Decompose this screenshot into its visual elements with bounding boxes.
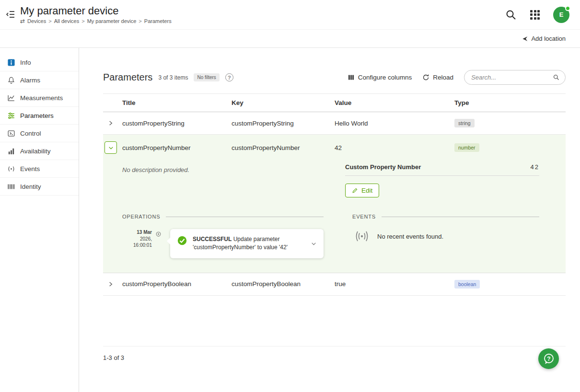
- no-filters-badge: No filters: [194, 73, 219, 81]
- page-title: My parameter device: [20, 5, 172, 17]
- sidebar-item-events[interactable]: Events: [0, 160, 79, 178]
- breadcrumb-parameters: Parameters: [144, 18, 172, 24]
- sidebar-item-info[interactable]: Info: [0, 54, 79, 71]
- sidebar-item-label: Parameters: [20, 112, 54, 119]
- cell-key: customPropertyNumber: [232, 138, 335, 158]
- pagination-text: 1-3 of 3: [103, 354, 124, 361]
- operation-text: SUCCESSFUL Update parameter 'customPrope…: [193, 235, 289, 252]
- configure-columns-button[interactable]: Configure columns: [348, 74, 412, 81]
- parameters-toolbar: Parameters 3 of 3 items No filters ? Con…: [103, 70, 566, 85]
- breadcrumb-devices[interactable]: Devices: [27, 18, 52, 24]
- cell-title: customPropertyNumber: [122, 138, 232, 158]
- operations-heading: OPERATIONS: [122, 214, 324, 219]
- parameter-description: No description provided.: [122, 163, 316, 197]
- search-input[interactable]: [464, 70, 566, 85]
- sliders-icon: [7, 112, 15, 120]
- type-badge: number: [454, 143, 479, 152]
- edit-button[interactable]: Edit: [345, 184, 379, 197]
- chevron-right-icon[interactable]: [107, 281, 114, 288]
- cell-key: customPropertyBoolean: [232, 274, 335, 294]
- sidebar-item-identity[interactable]: Identity: [0, 178, 79, 196]
- table-row[interactable]: customPropertyString customPropertyStrin…: [103, 112, 566, 135]
- property-value-row: Custom Property Number 42: [345, 163, 539, 176]
- sidebar: Info Alarms Measurements Parameters Cont…: [0, 48, 79, 392]
- help-fab-button[interactable]: ?: [538, 348, 559, 369]
- collapse-sidebar-icon[interactable]: [6, 10, 15, 19]
- search-input-icon[interactable]: [553, 74, 560, 81]
- sidebar-item-label: Measurements: [20, 94, 63, 102]
- chevron-down-icon[interactable]: [104, 141, 117, 154]
- cell-key: customPropertyString: [232, 113, 335, 134]
- sidebar-item-parameters[interactable]: Parameters: [0, 107, 79, 125]
- reload-button[interactable]: Reload: [422, 74, 453, 81]
- broadcast-icon: [354, 230, 370, 242]
- sidebar-item-label: Availability: [20, 148, 51, 155]
- events-empty-message: No recent events found.: [377, 233, 443, 240]
- main-content: Parameters 3 of 3 items No filters ? Con…: [79, 48, 580, 392]
- chevron-right-icon[interactable]: [107, 120, 114, 127]
- section-title: Parameters: [103, 72, 152, 83]
- avatar-letter: E: [559, 11, 564, 18]
- cell-value: Hello World: [335, 113, 454, 134]
- help-question-glyph: ?: [547, 355, 550, 362]
- table-header: Title Key Value Type: [103, 93, 566, 112]
- pencil-icon: [352, 187, 358, 194]
- property-label: Custom Property Number: [345, 163, 421, 171]
- action-bar: Add location: [0, 30, 580, 48]
- sidebar-item-label: Info: [20, 59, 31, 66]
- table-row[interactable]: customPropertyNumber customPropertyNumbe…: [103, 135, 566, 161]
- parameters-table: Title Key Value Type customPropertyStrin…: [103, 93, 566, 296]
- sidebar-item-availability[interactable]: Availability: [0, 142, 79, 160]
- online-status-dot: [565, 6, 570, 11]
- success-check-icon: [177, 235, 187, 246]
- sidebar-item-alarms[interactable]: Alarms: [0, 71, 79, 89]
- control-icon: [7, 129, 15, 138]
- breadcrumb-all-devices[interactable]: All devices: [54, 18, 85, 24]
- search-field-wrap: [464, 70, 566, 85]
- type-badge: boolean: [454, 280, 480, 288]
- property-value: 42: [531, 163, 539, 171]
- column-header-type: Type: [454, 94, 566, 112]
- info-icon: [7, 58, 15, 67]
- timeline-marker-icon: [155, 231, 162, 237]
- app-switcher-icon[interactable]: [530, 10, 540, 20]
- breadcrumb: ⇄ Devices All devices My parameter devic…: [20, 18, 172, 24]
- search-icon[interactable]: [505, 9, 517, 21]
- cell-title: customPropertyBoolean: [122, 274, 232, 294]
- operations-section: OPERATIONS 13 Mar 2026, 16:00:01: [122, 214, 324, 258]
- type-badge: string: [454, 119, 475, 127]
- avatar[interactable]: E: [553, 7, 569, 23]
- add-location-icon: [522, 35, 528, 42]
- column-header-title: Title: [122, 94, 232, 112]
- item-count: 3 of 3 items: [158, 74, 188, 81]
- cell-title: customPropertyString: [122, 113, 232, 134]
- operation-card[interactable]: SUCCESSFUL Update parameter 'customPrope…: [170, 229, 324, 258]
- add-location-button[interactable]: Add location: [531, 35, 566, 42]
- operation-timestamp: 13 Mar 2026, 16:00:01: [122, 229, 152, 249]
- bell-icon: [7, 76, 15, 84]
- expanded-row-block: customPropertyNumber customPropertyNumbe…: [103, 135, 566, 273]
- top-bar: My parameter device ⇄ Devices All device…: [0, 0, 580, 30]
- cell-value: true: [335, 274, 454, 294]
- parameter-detail-panel: No description provided. Custom Property…: [103, 161, 566, 273]
- events-heading: EVENTS: [352, 214, 539, 219]
- pagination: 1-3 of 3: [103, 346, 566, 392]
- help-icon[interactable]: ?: [225, 73, 233, 81]
- column-header-value: Value: [335, 94, 454, 112]
- sidebar-item-label: Control: [20, 130, 41, 137]
- columns-icon: [348, 74, 355, 81]
- sidebar-item-control[interactable]: Control: [0, 125, 79, 142]
- sidebar-item-measurements[interactable]: Measurements: [0, 89, 79, 107]
- breadcrumb-device[interactable]: My parameter device: [87, 18, 142, 24]
- cell-value: 42: [335, 138, 454, 158]
- broadcast-icon: [7, 165, 15, 173]
- table-row[interactable]: customPropertyBoolean customPropertyBool…: [103, 273, 566, 296]
- column-header-key: Key: [232, 94, 335, 112]
- events-section: EVENTS No recent events found.: [352, 214, 539, 258]
- bar-chart-icon: [7, 147, 15, 155]
- chevron-down-icon[interactable]: [311, 241, 317, 247]
- barcode-icon: [7, 183, 15, 191]
- sidebar-item-label: Identity: [20, 183, 41, 190]
- sidebar-item-label: Events: [20, 165, 40, 173]
- sidebar-item-label: Alarms: [20, 77, 40, 84]
